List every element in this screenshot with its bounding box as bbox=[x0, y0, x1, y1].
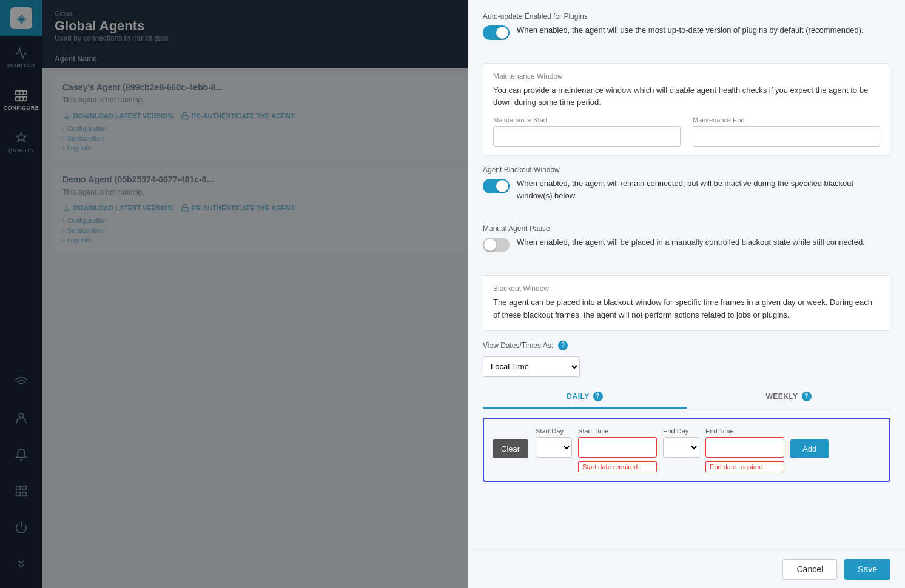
daily-help-icon[interactable]: ? bbox=[593, 392, 603, 401]
end-day-label: End Day bbox=[663, 427, 699, 435]
maint-title: Maintenance Window bbox=[493, 72, 880, 81]
manual-pause-section: Manual Agent Pause When enabled, the age… bbox=[483, 224, 890, 263]
clear-button[interactable]: Clear bbox=[493, 439, 528, 458]
blackout-toggle-row: When enabled, the agent will remain conn… bbox=[483, 178, 890, 201]
manual-pause-toggle[interactable] bbox=[483, 238, 510, 252]
maint-start-input[interactable] bbox=[493, 126, 681, 147]
modal-panel: Auto-update Enabled for Plugins When ena… bbox=[468, 0, 905, 588]
start-time-group: Start Time Start date required. bbox=[578, 427, 657, 472]
start-day-label: Start Day bbox=[536, 427, 572, 435]
daily-weekly-tabs: DAILY ? WEEKLY ? bbox=[483, 386, 890, 409]
auto-update-label: Auto-update Enabled for Plugins bbox=[483, 12, 890, 21]
blackout-window-title: Blackout Window bbox=[493, 284, 880, 293]
agent-blackout-section: Agent Blackout Window When enabled, the … bbox=[483, 165, 890, 212]
toggle-knob bbox=[496, 27, 508, 39]
end-day-select[interactable] bbox=[663, 437, 699, 458]
maintenance-window-box: Maintenance Window You can provide a mai… bbox=[483, 63, 890, 156]
manual-pause-knob bbox=[484, 239, 496, 251]
end-date-error: End date required. bbox=[705, 461, 784, 472]
blackout-window-box: Blackout Window The agent can be placed … bbox=[483, 275, 890, 331]
view-dates-help-icon[interactable]: ? bbox=[558, 341, 568, 350]
start-day-select[interactable] bbox=[536, 437, 572, 458]
end-time-group: End Time End date required. bbox=[705, 427, 784, 472]
maint-start-field: Maintenance Start bbox=[493, 116, 681, 147]
end-time-label: End Time bbox=[705, 427, 784, 435]
maint-end-input[interactable] bbox=[693, 126, 880, 147]
manual-pause-desc: When enabled, the agent will be placed i… bbox=[517, 236, 865, 249]
weekly-help-icon[interactable]: ? bbox=[802, 392, 812, 401]
view-dates-row: View Dates/Times As: ? bbox=[483, 341, 890, 350]
blackout-label: Agent Blackout Window bbox=[483, 165, 890, 174]
maint-fields: Maintenance Start Maintenance End bbox=[493, 116, 880, 147]
manual-pause-label: Manual Agent Pause bbox=[483, 224, 890, 233]
add-button[interactable]: Add bbox=[790, 439, 829, 458]
timezone-select[interactable]: Local Time UTC Server Time bbox=[483, 356, 580, 377]
manual-pause-toggle-row: When enabled, the agent will be placed i… bbox=[483, 236, 890, 252]
start-date-error: Start date required. bbox=[578, 461, 657, 472]
start-day-group: Start Day bbox=[536, 427, 572, 458]
tab-weekly[interactable]: WEEKLY ? bbox=[687, 386, 890, 409]
tab-daily-label: DAILY bbox=[567, 392, 589, 401]
end-time-input[interactable] bbox=[705, 437, 784, 458]
save-button[interactable]: Save bbox=[844, 559, 890, 580]
blackout-window-desc: The agent can be placed into a blackout … bbox=[493, 296, 880, 322]
blackout-toggle-knob bbox=[496, 180, 508, 192]
auto-update-desc: When enabled, the agent will use the mos… bbox=[517, 24, 864, 36]
auto-update-toggle-row: When enabled, the agent will use the mos… bbox=[483, 24, 890, 40]
maint-end-field: Maintenance End bbox=[693, 116, 880, 147]
modal-footer: Cancel Save bbox=[468, 550, 905, 588]
entry-fields: Start Day Start Time Start date required… bbox=[536, 427, 881, 472]
maint-start-label: Maintenance Start bbox=[493, 116, 681, 124]
blackout-toggle[interactable] bbox=[483, 179, 510, 193]
maint-desc: You can provide a maintenance window whi… bbox=[493, 84, 880, 108]
end-day-group: End Day bbox=[663, 427, 699, 458]
blackout-desc: When enabled, the agent will remain conn… bbox=[517, 178, 890, 201]
start-time-label: Start Time bbox=[578, 427, 657, 435]
blackout-entry-area: Clear Start Day Start Time Start date re… bbox=[483, 418, 890, 482]
cancel-button[interactable]: Cancel bbox=[782, 559, 837, 580]
tab-daily[interactable]: DAILY ? bbox=[483, 386, 687, 409]
maint-end-label: Maintenance End bbox=[693, 116, 880, 124]
view-dates-label: View Dates/Times As: bbox=[483, 341, 553, 350]
auto-update-toggle[interactable] bbox=[483, 25, 510, 40]
modal-scroll-area: Auto-update Enabled for Plugins When ena… bbox=[468, 0, 905, 550]
start-time-input[interactable] bbox=[578, 437, 657, 458]
auto-update-section: Auto-update Enabled for Plugins When ena… bbox=[483, 12, 890, 51]
tab-weekly-label: WEEKLY bbox=[765, 392, 798, 401]
